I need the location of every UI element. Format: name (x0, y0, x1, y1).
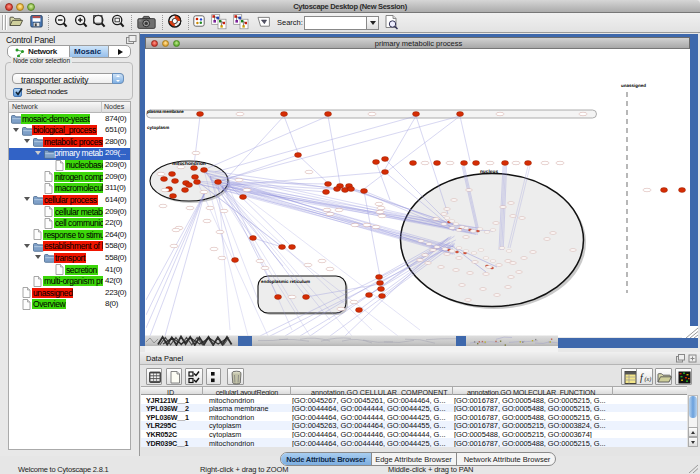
svg-text:(x): (x) (645, 376, 652, 383)
svg-text:f: f (640, 372, 644, 383)
svg-text:endoplasmic reticulum: endoplasmic reticulum (261, 279, 310, 284)
svg-text:plasma membrane: plasma membrane (147, 109, 184, 114)
svg-text:nucleus: nucleus (480, 169, 498, 175)
svg-text:mitochondrion: mitochondrion (172, 161, 206, 167)
svg-text:unassigned: unassigned (621, 83, 646, 88)
svg-text:cytoplasm: cytoplasm (147, 125, 169, 130)
